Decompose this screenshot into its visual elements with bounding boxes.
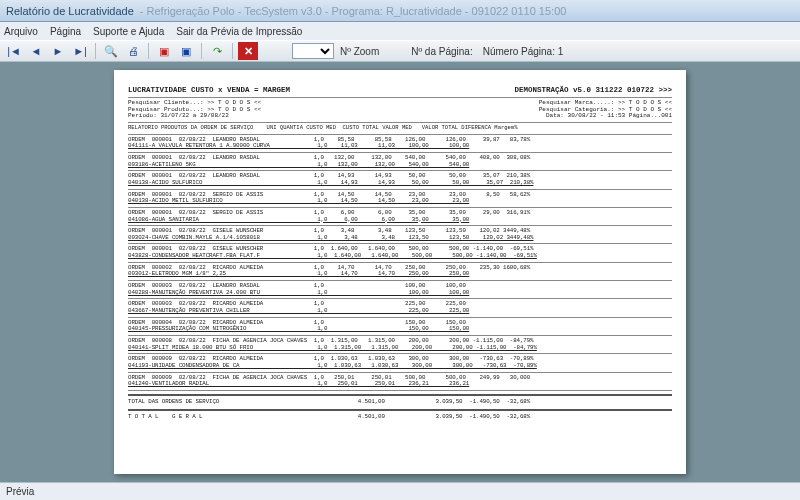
toolbar-separator: [201, 43, 202, 59]
toolbar: |◄ ◄ ► ►| 🔍 🖨 ▣ ▣ ↷ ✕ Nº Zoom Nº da Pági…: [0, 40, 800, 62]
last-page-button[interactable]: ►|: [70, 42, 90, 60]
prev-page-button[interactable]: ◄: [26, 42, 46, 60]
menu-suporte[interactable]: Suporte e Ajuda: [93, 26, 164, 37]
page-label: Nº da Página:: [411, 46, 472, 57]
toolbar-separator: [232, 43, 233, 59]
export-button[interactable]: ↷: [207, 42, 227, 60]
title-bar: Relatório de Lucratividade - Refrigeraçã…: [0, 0, 800, 22]
next-page-button[interactable]: ►: [48, 42, 68, 60]
zoom-out-button[interactable]: ▣: [154, 42, 174, 60]
menu-arquivo[interactable]: Arquivo: [4, 26, 38, 37]
close-button[interactable]: ✕: [238, 42, 258, 60]
print-button[interactable]: 🖨: [123, 42, 143, 60]
menu-sair[interactable]: Sair da Prévia de Impressão: [176, 26, 302, 37]
toolbar-separator: [95, 43, 96, 59]
window-title: Relatório de Lucratividade: [6, 5, 134, 17]
menu-bar: Arquivo Página Suporte e Ajuda Sair da P…: [0, 22, 800, 40]
page-value: Número Página: 1: [483, 46, 564, 57]
zoom-select[interactable]: [292, 43, 334, 59]
search-button[interactable]: 🔍: [101, 42, 121, 60]
window-subtitle: - Refrigeração Polo - TecSystem v3.0 - P…: [140, 5, 567, 17]
zoom-label: Nº Zoom: [340, 46, 379, 57]
first-page-button[interactable]: |◄: [4, 42, 24, 60]
toolbar-separator: [148, 43, 149, 59]
zoom-fit-button[interactable]: ▣: [176, 42, 196, 60]
menu-pagina[interactable]: Página: [50, 26, 81, 37]
